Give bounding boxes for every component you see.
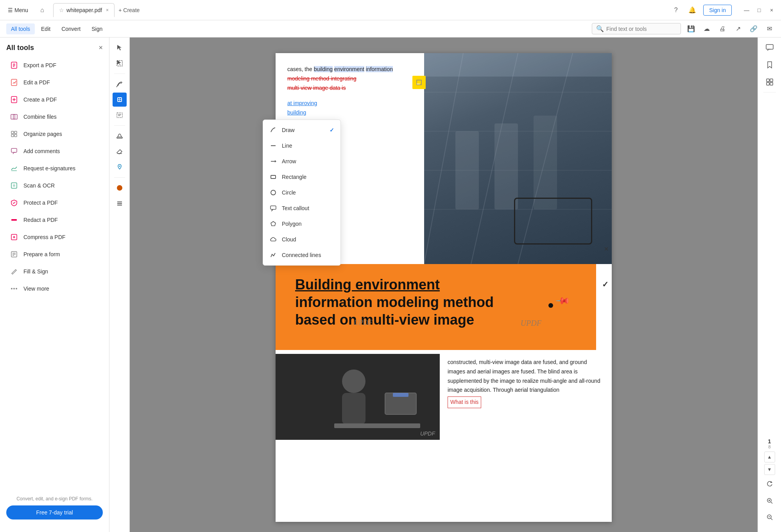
menubar-convert[interactable]: Convert bbox=[57, 23, 85, 34]
connected-lines-icon bbox=[269, 251, 277, 259]
sidebar-item-protect-pdf[interactable]: Protect a PDF bbox=[3, 194, 106, 211]
toolbar-right: 🔍 💾 ☁ 🖨 ↗ 🔗 ✉ bbox=[592, 23, 775, 34]
lines-style-button[interactable] bbox=[113, 196, 127, 211]
new-tab-plus-icon: + bbox=[118, 7, 122, 13]
titlebar-right: ? 🔔 Sign in — □ × bbox=[670, 5, 776, 16]
free-trial-button[interactable]: Free 7-day trial bbox=[6, 505, 103, 520]
save-button[interactable]: 💾 bbox=[686, 23, 697, 34]
select-area-tool-button[interactable] bbox=[113, 56, 127, 70]
dropdown-rectangle[interactable]: Rectangle bbox=[263, 169, 340, 185]
scroll-up-button[interactable]: ▲ bbox=[764, 452, 775, 462]
home-button[interactable]: ⌂ bbox=[36, 4, 48, 16]
dropdown-text-callout[interactable]: Text callout bbox=[263, 200, 340, 216]
select-tool-button[interactable] bbox=[113, 41, 127, 55]
updf-watermark-person: UPDF bbox=[420, 430, 435, 437]
new-tab-button[interactable]: + Create bbox=[115, 5, 143, 15]
menubar: All tools Edit Convert Sign 🔍 💾 ☁ 🖨 ↗ 🔗 … bbox=[0, 20, 781, 37]
rp-grid-button[interactable] bbox=[763, 75, 777, 89]
rp-zoom-in-button[interactable] bbox=[763, 494, 777, 508]
close-window-button[interactable]: × bbox=[767, 5, 776, 15]
dropdown-draw[interactable]: Draw ✓ bbox=[263, 122, 340, 138]
scroll-down-button[interactable]: ▼ bbox=[764, 464, 775, 475]
svg-rect-17 bbox=[13, 184, 15, 187]
svg-rect-14 bbox=[11, 148, 17, 152]
notifications-button[interactable]: 🔔 bbox=[687, 5, 698, 16]
pin-tool-button[interactable] bbox=[113, 160, 127, 174]
vtoolbar-separator-3 bbox=[114, 177, 125, 178]
dropdown-circle[interactable]: Circle bbox=[263, 185, 340, 200]
dropdown-cloud[interactable]: Cloud bbox=[263, 232, 340, 247]
sticky-note[interactable] bbox=[412, 76, 426, 89]
svg-rect-70 bbox=[767, 82, 769, 85]
vertical-toolbar bbox=[109, 37, 130, 532]
pdf-area[interactable]: cases, the building environment informat… bbox=[130, 37, 758, 532]
main-area: All tools × Export a PDF Edit a PDF Crea… bbox=[0, 37, 781, 532]
svg-rect-63 bbox=[271, 175, 276, 179]
maximize-button[interactable]: □ bbox=[754, 5, 764, 15]
sidebar: All tools × Export a PDF Edit a PDF Crea… bbox=[0, 37, 109, 532]
circle-icon bbox=[269, 189, 277, 196]
find-input[interactable] bbox=[606, 26, 677, 32]
dropdown-line[interactable]: Line bbox=[263, 138, 340, 154]
rp-refresh-button[interactable] bbox=[763, 477, 777, 491]
annotation-close-button[interactable]: × bbox=[604, 245, 609, 254]
dropdown-polygon[interactable]: Polygon bbox=[263, 216, 340, 232]
sidebar-close-button[interactable]: × bbox=[99, 44, 103, 52]
titlebar: ☰ Menu ⌂ ☆ whitepaper.pdf × + Create ? 🔔… bbox=[0, 0, 781, 20]
menubar-sign[interactable]: Sign bbox=[87, 23, 107, 34]
color-picker-button[interactable] bbox=[113, 181, 127, 195]
sidebar-item-scan-ocr[interactable]: Scan & OCR bbox=[3, 177, 106, 194]
line-icon bbox=[269, 142, 277, 150]
tab-close-button[interactable]: × bbox=[106, 7, 109, 13]
rp-comments-button[interactable] bbox=[763, 41, 777, 55]
dropdown-connected-lines[interactable]: Connected lines bbox=[263, 247, 340, 263]
banner-title-line1: Building environment bbox=[295, 277, 440, 293]
svg-rect-18 bbox=[11, 219, 17, 221]
cloud-button[interactable]: ☁ bbox=[701, 23, 712, 34]
pen-tool-button[interactable] bbox=[113, 77, 127, 91]
black-dot bbox=[548, 303, 553, 308]
dropdown-polygon-label: Polygon bbox=[282, 221, 302, 227]
eraser-tool-button[interactable] bbox=[113, 145, 127, 159]
stamp-tool-button[interactable] bbox=[113, 129, 127, 143]
menu-button[interactable]: ☰ Menu bbox=[5, 5, 31, 15]
minimize-button[interactable]: — bbox=[742, 5, 751, 15]
home-icon: ⌂ bbox=[40, 7, 44, 14]
rp-bookmarks-button[interactable] bbox=[763, 58, 777, 72]
sidebar-item-prepare-form[interactable]: Prepare a form bbox=[3, 246, 106, 263]
print-button[interactable]: 🖨 bbox=[717, 23, 728, 34]
sidebar-item-add-comments[interactable]: Add comments bbox=[3, 143, 106, 160]
share-button[interactable]: ↗ bbox=[733, 23, 743, 34]
sidebar-item-compress-pdf[interactable]: Compress a PDF bbox=[3, 229, 106, 246]
sidebar-item-export-pdf[interactable]: Export a PDF bbox=[3, 57, 106, 74]
sidebar-item-redact-pdf[interactable]: Redact a PDF bbox=[3, 211, 106, 229]
menubar-all-tools[interactable]: All tools bbox=[6, 23, 35, 34]
link-button[interactable]: 🔗 bbox=[748, 23, 759, 34]
draw-icon bbox=[269, 126, 277, 134]
sidebar-item-edit-pdf[interactable]: Edit a PDF bbox=[3, 74, 106, 91]
svg-rect-8 bbox=[11, 114, 15, 119]
add-comments-icon bbox=[9, 146, 19, 156]
compress-pdf-icon bbox=[9, 232, 19, 242]
find-box[interactable]: 🔍 bbox=[592, 23, 681, 34]
sidebar-item-view-more[interactable]: View more bbox=[3, 280, 106, 297]
annotation-check-button[interactable]: ✓ bbox=[602, 280, 609, 289]
sidebar-item-create-pdf[interactable]: Create a PDF bbox=[3, 91, 106, 108]
tab-whitepaper[interactable]: ☆ whitepaper.pdf × bbox=[53, 3, 115, 17]
rp-zoom-out-button[interactable] bbox=[763, 510, 777, 524]
text-edit-tool-button[interactable] bbox=[113, 108, 127, 122]
sidebar-item-combine-files[interactable]: Combine files bbox=[3, 108, 106, 125]
sign-in-button[interactable]: Sign in bbox=[703, 5, 732, 16]
dropdown-arrow[interactable]: Arrow bbox=[263, 154, 340, 169]
svg-rect-65 bbox=[270, 206, 276, 209]
sidebar-item-fill-sign[interactable]: Fill & Sign bbox=[3, 263, 106, 280]
svg-marker-66 bbox=[271, 221, 276, 226]
draw-shapes-tool-button[interactable] bbox=[113, 93, 127, 107]
sidebar-item-request-esignatures[interactable]: Request e-signatures bbox=[3, 160, 106, 177]
help-button[interactable]: ? bbox=[670, 5, 681, 16]
window-controls: — □ × bbox=[742, 5, 776, 15]
menubar-edit[interactable]: Edit bbox=[36, 23, 55, 34]
svg-rect-10 bbox=[11, 131, 14, 134]
email-button[interactable]: ✉ bbox=[764, 23, 775, 34]
sidebar-item-organize-pages[interactable]: Organize pages bbox=[3, 125, 106, 143]
